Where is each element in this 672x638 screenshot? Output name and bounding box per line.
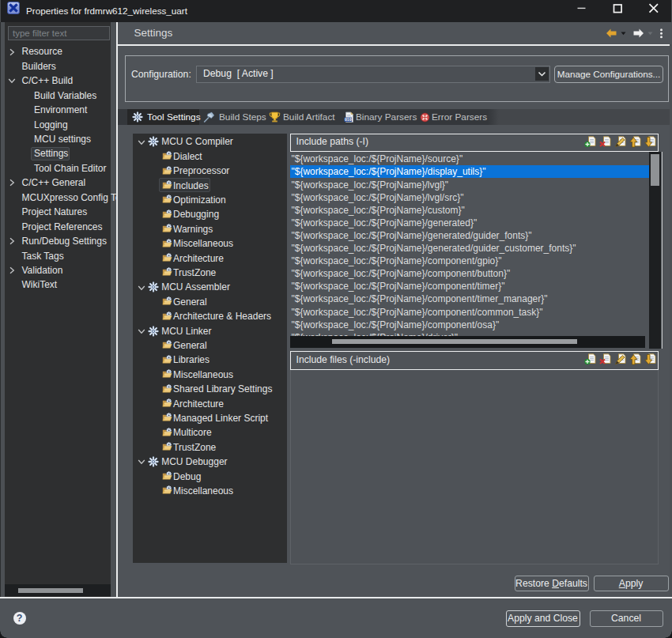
- svg-text:010: 010: [345, 118, 352, 122]
